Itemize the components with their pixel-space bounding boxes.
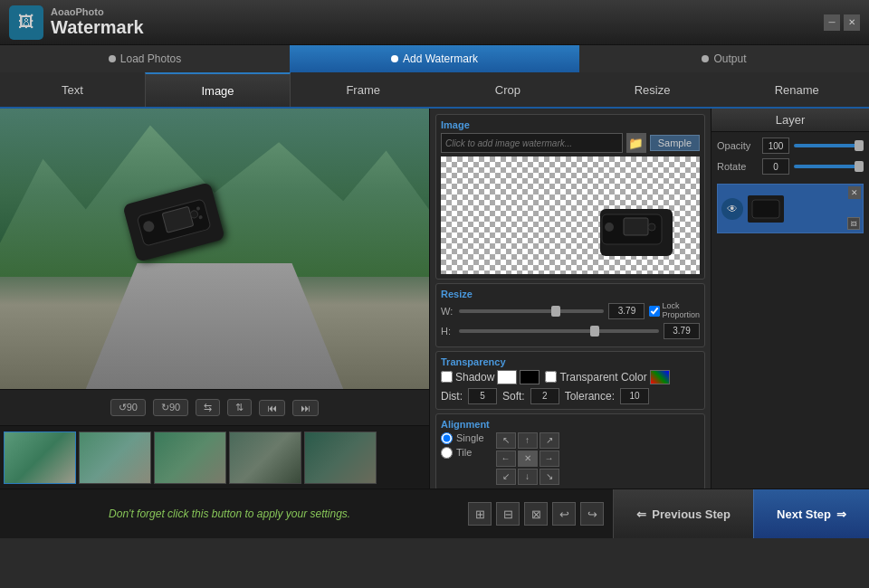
opacity-slider[interactable] (794, 144, 864, 147)
transparent-color-swatch[interactable] (650, 370, 670, 384)
align-bot-right[interactable]: ↘ (540, 469, 559, 485)
skip-end[interactable]: ⏭ (292, 400, 319, 416)
w-value-input[interactable] (608, 303, 645, 319)
thumbnail-2[interactable] (79, 432, 151, 484)
single-label: Single (456, 432, 484, 443)
window-controls: ─ ✕ (824, 14, 860, 31)
nav-step-load[interactable]: Load Photos (0, 45, 290, 72)
bottom-bar: Don't forget click this button to apply … (0, 488, 869, 538)
w-slider-thumb[interactable] (551, 306, 560, 317)
align-top-center[interactable]: ↑ (518, 432, 538, 449)
browse-button[interactable]: 📁 (626, 133, 646, 153)
flip-v[interactable]: ⇅ (227, 399, 252, 416)
dist-input[interactable] (468, 388, 497, 404)
flip-h[interactable]: ⇆ (196, 399, 220, 416)
transparent-color-label: Transparent Color (559, 371, 646, 384)
nav-step-output[interactable]: Output (579, 45, 869, 72)
layer-item-1[interactable]: 👁 ✕ 🖼 (717, 184, 864, 233)
layer-panel: Layer Opacity Rotate 👁 (711, 109, 869, 488)
thumbnail-4[interactable] (229, 432, 301, 484)
tab-text[interactable]: Text (0, 72, 145, 107)
previous-step-button[interactable]: ⇐ Previous Step (613, 489, 753, 538)
tile-radio[interactable]: Tile (441, 447, 484, 459)
svg-point-9 (648, 223, 655, 231)
layer-eye-icon[interactable]: 👁 (721, 198, 743, 220)
road (86, 263, 343, 390)
h-value-input[interactable] (664, 323, 700, 339)
align-mid-right[interactable]: → (540, 450, 559, 467)
opacity-row: Opacity (717, 138, 864, 154)
skip-start[interactable]: ⏮ (259, 400, 285, 416)
opacity-slider-thumb[interactable] (855, 140, 864, 151)
lock-proportion[interactable]: LockProportion (649, 302, 700, 320)
lock-checkbox[interactable] (649, 306, 660, 317)
dist-label: Dist: (441, 390, 463, 403)
tab-image[interactable]: Image (145, 72, 291, 107)
tab-crop[interactable]: Crop (435, 72, 580, 107)
thumbnail-5[interactable] (304, 432, 377, 484)
navbar: Load Photos Add Watermark Output (0, 45, 869, 72)
rotate-row: Rotate (717, 158, 864, 175)
rotate-cw-90[interactable]: ↻90 (153, 399, 188, 416)
align-top-left[interactable]: ↖ (496, 432, 516, 449)
settings-panel: Image 📁 Sample Resize (430, 109, 711, 488)
align-center[interactable]: ✕ (518, 450, 538, 467)
align-grid-top: ↖ ↑ ↗ (496, 432, 559, 449)
bottom-icon-1[interactable]: ⊞ (468, 502, 492, 526)
shadow-checkbox[interactable] (441, 371, 453, 383)
next-icon: ⇒ (836, 507, 846, 521)
single-radio[interactable]: Single (441, 432, 484, 444)
preview-panel: ↺90 ↻90 ⇆ ⇅ ⏮ ⏭ (0, 109, 430, 488)
align-bot-center[interactable]: ↓ (518, 469, 538, 485)
nav-step-watermark[interactable]: Add Watermark (290, 45, 579, 72)
rotate-input[interactable] (762, 158, 789, 175)
tab-frame[interactable]: Frame (291, 72, 435, 107)
tile-radio-input[interactable] (441, 447, 453, 459)
rotate-ccw-90[interactable]: ↺90 (110, 399, 146, 416)
bottom-icon-2[interactable]: ⊟ (496, 502, 520, 526)
bottom-icon-3[interactable]: ⊠ (524, 502, 548, 526)
svg-rect-7 (624, 218, 648, 235)
preview-background (0, 109, 429, 389)
h-slider-thumb[interactable] (590, 326, 599, 337)
rotate-slider[interactable] (794, 165, 864, 168)
tab-resize[interactable]: Resize (580, 72, 725, 107)
next-step-button[interactable]: Next Step ⇒ (753, 489, 869, 538)
nav-dot-watermark (391, 55, 398, 62)
bottom-icon-5[interactable]: ↪ (580, 502, 604, 526)
h-slider-track[interactable] (459, 329, 659, 333)
layer-controls: Opacity Rotate (711, 132, 869, 180)
titlebar: 🖼 AoaoPhoto Watermark ─ ✕ (0, 0, 869, 45)
prev-label: Previous Step (652, 507, 731, 521)
align-top-right[interactable]: ↗ (540, 432, 559, 449)
soft-input[interactable] (530, 388, 559, 404)
w-label: W: (441, 306, 454, 317)
dist-soft-row: Dist: Soft: Tolerance: (441, 388, 700, 404)
rotate-label: Rotate (717, 161, 758, 172)
opacity-input[interactable] (762, 138, 789, 154)
nav-dot-output (702, 55, 709, 62)
shadow-color-swatch2[interactable] (520, 370, 540, 384)
svg-point-8 (605, 223, 614, 232)
shadow-color-swatch[interactable] (497, 370, 517, 384)
single-radio-input[interactable] (441, 432, 453, 444)
tab-rename[interactable]: Rename (724, 72, 869, 107)
tolerance-input[interactable] (620, 388, 649, 404)
layer-close-button[interactable]: ✕ (848, 186, 861, 199)
thumbnail-1[interactable] (4, 432, 76, 484)
w-slider-track[interactable] (459, 309, 604, 313)
rotate-slider-thumb[interactable] (855, 161, 864, 172)
transparent-color-checkbox[interactable] (545, 371, 557, 383)
thumbnail-3[interactable] (154, 432, 226, 484)
minimize-button[interactable]: ─ (824, 14, 840, 31)
align-bot-left[interactable]: ↙ (496, 469, 516, 485)
main-content: ↺90 ↻90 ⇆ ⇅ ⏮ ⏭ Image 📁 Sample (0, 109, 869, 488)
tile-label: Tile (456, 447, 472, 458)
sample-button[interactable]: Sample (650, 135, 700, 151)
bottom-icon-4[interactable]: ↩ (552, 502, 576, 526)
resize-section: Resize W: LockProportion H: (435, 283, 705, 347)
image-path-input[interactable] (441, 133, 623, 153)
align-mid-left[interactable]: ← (496, 450, 516, 467)
app-title: AoaoPhoto Watermark (51, 7, 824, 38)
close-button[interactable]: ✕ (844, 14, 860, 31)
